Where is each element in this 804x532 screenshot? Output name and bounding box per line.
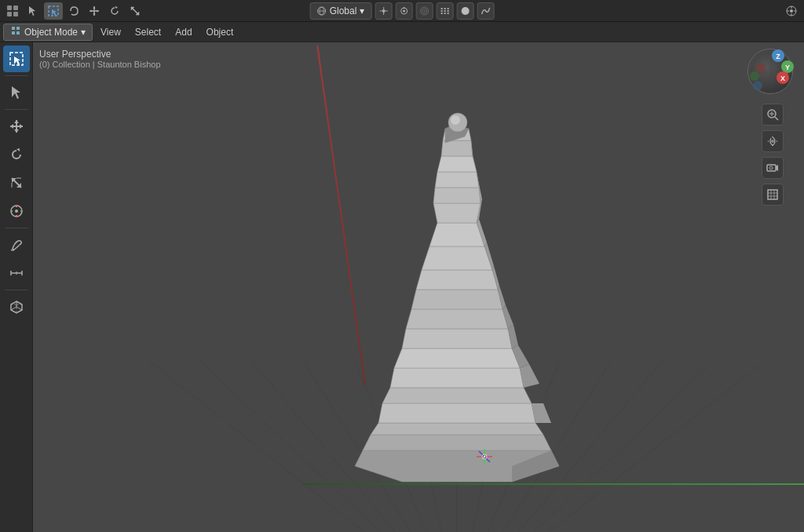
transform-btn[interactable] (85, 2, 104, 20)
mode-chevron: ▾ (81, 27, 86, 38)
svg-marker-92 (411, 290, 502, 309)
navigation-gizmo[interactable]: Z Y X (747, 49, 798, 99)
menu-add[interactable]: Add (169, 24, 198, 41)
svg-marker-85 (371, 423, 543, 435)
svg-text:X: X (780, 75, 785, 82)
right-gizmo-panel: Z Y X (747, 49, 798, 206)
svg-marker-53 (12, 86, 20, 99)
svg-marker-99 (437, 156, 477, 172)
viewport-shading-solid[interactable] (456, 2, 473, 20)
object-mode-dropdown[interactable]: Object Mode ▾ (3, 24, 93, 41)
viewport-curve[interactable] (477, 2, 494, 20)
menubar: Object Mode ▾ View Select Add Object (0, 22, 804, 42)
svg-rect-1 (13, 5, 18, 10)
svg-marker-97 (433, 188, 481, 203)
measure-tool[interactable] (3, 260, 30, 286)
svg-point-135 (753, 81, 762, 90)
rotate-tool-btn[interactable] (105, 2, 124, 20)
svg-rect-48 (16, 27, 20, 30)
svg-rect-32 (440, 10, 442, 12)
svg-point-40 (461, 7, 469, 15)
perspective-label: User Perspective (39, 49, 161, 60)
scale-tool[interactable] (3, 169, 30, 196)
svg-point-142 (771, 140, 774, 143)
toolbar-divider-1 (5, 75, 28, 76)
transform-tool[interactable] (3, 198, 30, 224)
svg-marker-57 (14, 129, 19, 133)
left-toolbar (0, 42, 33, 532)
camera-view-btn[interactable] (762, 157, 784, 179)
svg-line-72 (11, 250, 14, 250)
svg-rect-143 (767, 165, 776, 171)
pan-view-btn[interactable] (762, 130, 784, 152)
cursor-tool-btn[interactable] (24, 2, 42, 20)
svg-marker-9 (93, 6, 96, 9)
svg-point-125 (484, 456, 485, 457)
svg-marker-96 (433, 203, 481, 223)
snap-toggle[interactable] (395, 2, 412, 20)
svg-rect-47 (12, 27, 15, 30)
svg-marker-89 (394, 348, 520, 368)
svg-marker-56 (14, 120, 19, 123)
ortho-view-btn[interactable] (762, 184, 784, 206)
scene-view-btn[interactable] (782, 2, 801, 20)
svg-rect-33 (440, 13, 442, 14)
annotate-tool[interactable] (3, 231, 30, 258)
add-cube-tool[interactable] (3, 293, 30, 320)
svg-point-20 (382, 9, 385, 13)
editor-type-button[interactable] (3, 2, 22, 20)
menu-select[interactable]: Select (129, 24, 167, 41)
svg-rect-35 (444, 10, 445, 12)
svg-marker-86 (378, 403, 535, 423)
svg-marker-11 (90, 9, 92, 12)
svg-marker-6 (52, 9, 57, 16)
header-center-controls: Global ▾ (310, 2, 495, 20)
svg-point-136 (750, 71, 759, 81)
pivot-dropdown[interactable] (375, 2, 392, 20)
global-chevron: ▾ (360, 5, 364, 16)
viewport-3d[interactable]: User Perspective (0) Collection | Staunt… (33, 42, 804, 532)
mode-label: Object Mode (24, 27, 78, 38)
toolbar-divider-3 (5, 228, 28, 228)
svg-point-42 (790, 9, 793, 13)
svg-marker-98 (435, 172, 479, 188)
chess-piece-model (308, 82, 606, 492)
zoom-view-btn[interactable] (762, 104, 784, 126)
menu-object[interactable]: Object (200, 24, 240, 41)
cursor-tool[interactable] (3, 79, 30, 106)
collection-label: (0) Collection | Staunton Bishop (39, 60, 161, 69)
svg-line-80 (11, 307, 16, 310)
svg-rect-31 (440, 8, 442, 9)
global-label: Global (330, 5, 357, 16)
svg-rect-34 (444, 8, 445, 9)
global-transform-dropdown[interactable]: Global ▾ (310, 2, 372, 20)
svg-marker-58 (10, 124, 13, 129)
svg-marker-95 (429, 223, 484, 246)
select-box-btn[interactable] (44, 2, 63, 20)
menu-view[interactable]: View (94, 24, 127, 41)
dots-menu[interactable] (436, 2, 453, 20)
scale-tool-btn[interactable] (126, 2, 144, 20)
svg-marker-13 (115, 6, 118, 9)
svg-point-104 (451, 115, 460, 125)
lasso-select-btn[interactable] (64, 2, 83, 20)
header-left-controls (0, 2, 148, 20)
header-right-controls (782, 2, 804, 20)
svg-point-71 (15, 210, 18, 213)
svg-rect-37 (447, 8, 448, 9)
select-box-tool[interactable] (3, 46, 30, 72)
proportional-edit[interactable] (415, 2, 433, 20)
svg-point-137 (756, 64, 766, 73)
svg-marker-90 (402, 329, 512, 348)
svg-rect-50 (16, 31, 20, 35)
rotate-tool[interactable] (3, 141, 30, 168)
svg-text:Z: Z (776, 53, 780, 60)
move-tool[interactable] (3, 113, 30, 140)
svg-marker-60 (16, 148, 20, 151)
svg-marker-88 (390, 368, 524, 388)
gizmo-sphere[interactable]: Z Y X (747, 49, 793, 94)
svg-marker-4 (29, 6, 35, 16)
svg-point-26 (403, 9, 405, 12)
svg-point-145 (769, 166, 773, 169)
svg-marker-100 (441, 140, 473, 156)
